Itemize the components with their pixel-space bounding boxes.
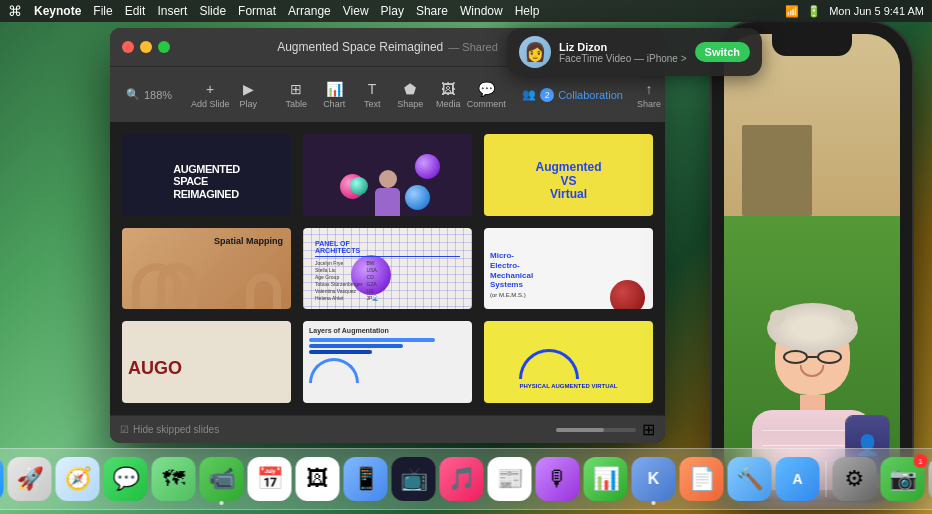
apple-menu[interactable]: ⌘ — [8, 3, 22, 19]
dock-calendar[interactable]: 📅 — [248, 457, 292, 501]
slide-thumb-4[interactable]: Spatial Mapping 4 — [122, 228, 291, 310]
menu-file[interactable]: File — [93, 4, 112, 18]
facetime-subtitle: FaceTime Video — iPhone > — [559, 53, 687, 64]
slide-thumb-1[interactable]: AUGMENTEDSPACEREIMAGINED 1 — [122, 134, 291, 216]
hide-skipped-toggle[interactable]: ☑ Hide skipped slides — [120, 424, 219, 435]
dock-maps[interactable]: 🗺 — [152, 457, 196, 501]
slide-4-title: Spatial Mapping — [214, 236, 283, 246]
menu-share[interactable]: Share — [416, 4, 448, 18]
menu-insert[interactable]: Insert — [157, 4, 187, 18]
hide-skipped-label: Hide skipped slides — [133, 424, 219, 435]
slide-thumb-8[interactable]: Layers of Augmentation 8 — [303, 321, 472, 403]
maps-icon: 🗺 — [163, 466, 185, 492]
chart-icon: 📊 — [326, 81, 343, 97]
slide-thumb-3[interactable]: AugmentedVSVirtual 3 — [484, 134, 653, 216]
menu-format[interactable]: Format — [238, 4, 276, 18]
app-name[interactable]: Keynote — [34, 4, 81, 18]
arch-shape-3 — [246, 273, 281, 310]
podcasts-icon: 🎙 — [547, 466, 569, 492]
toolbar-table[interactable]: ⊞ Table — [278, 77, 314, 113]
tv-icon: 📺 — [400, 466, 427, 492]
calendar-icon: 📅 — [256, 466, 283, 492]
toolbar-media[interactable]: 🖼 Media — [430, 77, 466, 113]
collaboration-button[interactable]: 👥 2 Collaboration — [516, 84, 629, 106]
arc-shape — [309, 358, 359, 383]
dock-appstore[interactable]: 📱 — [344, 457, 388, 501]
keynote-dot — [652, 501, 656, 505]
text-icon: T — [368, 81, 377, 97]
zoom-value: 188% — [144, 89, 172, 101]
window-close-button[interactable] — [122, 41, 134, 53]
facetime-dot — [220, 501, 224, 505]
dock-pages[interactable]: 📄 — [680, 457, 724, 501]
grid-view-icon[interactable]: ⊞ — [642, 420, 655, 439]
photos-icon: 🖼 — [307, 466, 329, 492]
menu-edit[interactable]: Edit — [125, 4, 146, 18]
appstore-icon: 📱 — [352, 466, 379, 492]
toolbar-shape[interactable]: ⬟ Shape — [392, 77, 428, 113]
toolbar-play[interactable]: ▶ Play — [230, 77, 266, 113]
dock-appstore2[interactable]: A — [776, 457, 820, 501]
slide-6-text: Micro-Electro-MechanicalSystems (or M.E.… — [490, 251, 533, 299]
pages-icon: 📄 — [688, 466, 715, 492]
menu-window[interactable]: Window — [460, 4, 503, 18]
dock-tv[interactable]: 📺 — [392, 457, 436, 501]
facetime-caller-name: Liz Dizon — [559, 41, 687, 53]
comment-icon: 💬 — [478, 81, 495, 97]
toolbar-chart[interactable]: 📊 Chart — [316, 77, 352, 113]
dock-trash[interactable]: 🗑 — [929, 457, 933, 501]
slide-3-text: AugmentedVSVirtual — [536, 161, 602, 202]
dock-keynote[interactable]: K — [632, 457, 676, 501]
window-controls — [122, 41, 170, 53]
dock-photos[interactable]: 🖼 — [296, 457, 340, 501]
sphere-blue — [405, 185, 430, 210]
toolbar-comment[interactable]: 💬 Comment — [468, 77, 504, 113]
dock-facetime[interactable]: 📹 — [200, 457, 244, 501]
progress-area: ⊞ — [556, 420, 655, 439]
dock-news[interactable]: 📰 — [488, 457, 532, 501]
slides-area[interactable]: AUGMENTEDSPACEREIMAGINED 1 — [110, 122, 665, 415]
badge: 1 — [914, 454, 928, 468]
xcode-icon: 🔨 — [736, 466, 763, 492]
toolbar-share[interactable]: ↑ Share — [631, 77, 665, 113]
slide-thumb-2[interactable]: 2 — [303, 134, 472, 216]
toolbar-add-slide[interactable]: + Add Slide — [192, 77, 228, 113]
zoom-control[interactable]: 🔍 188% — [118, 84, 180, 105]
arch-shape-2 — [157, 263, 197, 310]
dock: 🌐 🚀 🧭 💬 🗺 📹 📅 🖼 📱 📺 — [0, 448, 932, 510]
slide-7-text: AUGO — [128, 358, 182, 379]
numbers-icon: 📊 — [592, 466, 619, 492]
slide-thumb-6[interactable]: Micro-Electro-MechanicalSystems (or M.E.… — [484, 228, 653, 310]
slide-thumb-9[interactable]: PHYSICAL AUGMENTED VIRTUAL 9 — [484, 321, 653, 403]
dock-xcode[interactable]: 🔨 — [728, 457, 772, 501]
dock-settings[interactable]: ⚙ — [833, 457, 877, 501]
menu-wifi-icon: 📶 — [785, 5, 799, 18]
progress-fill — [556, 428, 604, 432]
dock-safari[interactable]: 🧭 — [56, 457, 100, 501]
slide-5-title: PANEL OFARCHITECTS — [315, 240, 460, 257]
menu-slide[interactable]: Slide — [199, 4, 226, 18]
menubar-right: 📶 🔋 Mon Jun 5 9:41 AM — [785, 5, 924, 18]
dock-launchpad[interactable]: 🚀 — [8, 457, 52, 501]
menu-datetime: Mon Jun 5 9:41 AM — [829, 5, 924, 17]
window-minimize-button[interactable] — [140, 41, 152, 53]
facetime-switch-button[interactable]: Switch — [695, 42, 750, 62]
toolbar-text[interactable]: T Text — [354, 77, 390, 113]
checkbox-icon: ☑ — [120, 424, 129, 435]
dock-music[interactable]: 🎵 — [440, 457, 484, 501]
window-maximize-button[interactable] — [158, 41, 170, 53]
dock-podcasts[interactable]: 🎙 — [536, 457, 580, 501]
dock-messages[interactable]: 💬 — [104, 457, 148, 501]
menu-play[interactable]: Play — [381, 4, 404, 18]
collaboration-count: 2 — [540, 88, 554, 102]
slide-thumb-7[interactable]: AUGO 7 — [122, 321, 291, 403]
slide-thumb-5[interactable]: PANEL OFARCHITECTS Jocelyn FryeStella Li… — [303, 228, 472, 310]
dock-finder[interactable]: 🌐 — [0, 457, 4, 501]
dock-numbers[interactable]: 📊 — [584, 457, 628, 501]
menu-arrange[interactable]: Arrange — [288, 4, 331, 18]
menu-help[interactable]: Help — [515, 4, 540, 18]
menu-view[interactable]: View — [343, 4, 369, 18]
music-icon: 🎵 — [448, 466, 475, 492]
dock-facetime2[interactable]: 📷 1 — [881, 457, 925, 501]
menubar: ⌘ Keynote File Edit Insert Slide Format … — [0, 0, 932, 22]
